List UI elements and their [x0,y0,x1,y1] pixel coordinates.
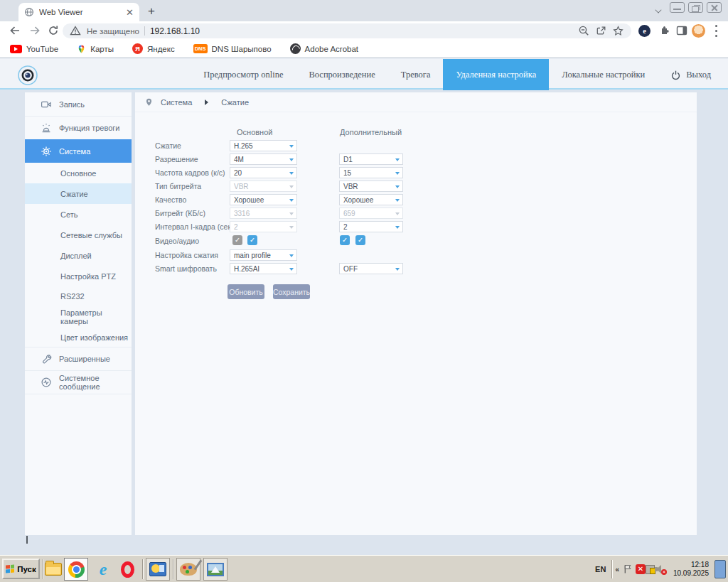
breadcrumb-arrow-icon [205,99,208,105]
internet-explorer-taskbar-icon[interactable]: e [94,560,112,578]
refresh-button[interactable]: Обновить [228,284,264,299]
nav-local-settings[interactable]: Локальные настройки [549,59,658,90]
forward-icon[interactable] [28,24,41,37]
row-video-audio: Видео/аудио [135,235,697,248]
bookmark-maps[interactable]: Карты [77,43,114,55]
row-smart-encode: Smart шифровать H.265AI OFF [135,262,697,276]
sidebar-sub-ptz[interactable]: Настройка PTZ [25,266,132,286]
video-main-checkbox [232,235,242,245]
smart-encode-main-select[interactable]: H.265AI [230,263,297,274]
nav-preview-online[interactable]: Предпросмотр online [191,59,296,90]
security-label: Не защищено [87,27,139,36]
sidebar-sub-general[interactable]: Основное [25,163,132,183]
sidebar-sub-display[interactable]: Дисплей [25,245,132,266]
window-restore-button[interactable] [688,2,703,13]
opera-taskbar-icon[interactable] [118,560,136,578]
compression-main-select[interactable]: H.265 [230,140,297,151]
iframe-interval-sub-select[interactable]: 2 [339,221,403,232]
siren-icon [41,122,52,134]
profile-avatar[interactable] [692,24,705,38]
address-bar[interactable]: Не защищено 192.168.1.10 [63,23,631,38]
sidebar-sub-network[interactable]: Сеть [25,204,132,225]
bitrate-type-sub-select[interactable]: VBR [339,180,403,192]
audio-main-checkbox[interactable] [247,235,257,245]
nav-logout[interactable]: Выход [658,59,724,90]
sidebar-item-system[interactable]: Система [25,139,132,163]
start-button[interactable]: Пуск [2,559,40,579]
profile-main-select[interactable]: main profile [230,249,297,261]
gear-icon [41,146,52,157]
display-settings-taskbar-button[interactable] [146,558,170,581]
language-indicator[interactable]: EN [589,565,611,573]
sidebar-sub-network-services[interactable]: Сетевые службы [25,225,132,245]
bitrate-main-select: 3316 [230,208,297,219]
window-close-button[interactable] [707,2,722,13]
yandex-icon: Я [132,43,143,54]
nav-playback[interactable]: Воспроизведение [296,59,387,90]
extensions-puzzle-icon[interactable] [658,24,670,37]
paint-taskbar-button[interactable] [176,558,200,581]
muted-speaker-tray-icon[interactable]: ✕ [655,564,666,574]
resolution-main-select[interactable]: 4M [230,153,297,165]
browser-menu-icon[interactable] [714,25,717,37]
back-icon[interactable] [9,24,21,37]
bookmark-star-icon[interactable] [612,25,624,37]
nav-remote-settings[interactable]: Удаленная настройка [443,59,549,90]
sidebar-sub-image-color[interactable]: Цвет изображения [25,327,132,347]
show-desktop-button[interactable] [714,560,726,578]
save-button[interactable]: Сохранить [273,284,310,299]
bookmark-acrobat[interactable]: Adobe Acrobat [290,43,358,54]
tray-date: 10.09.2025 [673,569,709,577]
chrome-icon [68,561,85,578]
zoom-icon[interactable] [578,25,590,37]
row-bitrate: Битрейт (КБ/с) 3316 659 [135,207,697,220]
new-tab-button[interactable]: + [148,5,155,17]
power-icon [670,70,681,80]
quality-sub-select[interactable]: Хорошее [339,194,403,205]
nav-alarm[interactable]: Тревога [388,59,444,90]
wrench-icon [41,353,52,365]
content-panel: Система Сжатие Основной Дополнительный С… [135,92,697,535]
tab-close-icon[interactable]: ✕ [126,8,134,17]
bookmarks-bar: YouTube Карты Я Яндекс DNS DNS Шарыпово … [0,41,728,58]
tray-expand-icon[interactable]: « [615,566,619,573]
browser-tab[interactable]: Web Viewer ✕ [18,3,139,21]
chrome-taskbar-button[interactable] [64,558,88,581]
camera-logo-icon [17,65,38,86]
image-viewer-taskbar-button[interactable] [203,558,228,581]
share-icon[interactable] [595,25,607,37]
extension-e-icon[interactable]: e [638,25,651,37]
audio-sub-checkbox[interactable] [355,235,365,245]
tab-search-chevron-icon[interactable] [655,6,662,13]
framerate-sub-select[interactable]: 15 [339,167,403,178]
video-sub-checkbox[interactable] [340,235,350,245]
breadcrumb-section[interactable]: Система [161,98,192,107]
update-lock-tray-icon[interactable] [646,565,655,574]
row-resolution: Разрешение 4M D1 [135,153,697,166]
framerate-main-select[interactable]: 20 [230,167,297,178]
clock[interactable]: 12:18 10.09.2025 [666,561,714,578]
row-compression: Сжатие H.265 [135,139,697,153]
bookmark-dns[interactable]: DNS DNS Шарыпово [193,44,272,53]
sidebar-sub-rs232[interactable]: RS232 [25,286,132,306]
explorer-taskbar-icon[interactable] [44,560,63,578]
bookmark-youtube[interactable]: YouTube [10,45,58,53]
sidebar-item-advanced[interactable]: Расширенные [25,347,132,370]
smart-encode-sub-select[interactable]: OFF [339,263,403,274]
resolution-sub-select[interactable]: D1 [339,153,403,165]
sidebar-item-record[interactable]: Запись [25,92,132,116]
sidebar-item-system-message[interactable]: Системное сообщение [25,370,132,394]
quality-main-select[interactable]: Хорошее [230,194,297,205]
text-cursor-artifact [26,536,28,544]
sidebar-sub-camera-params[interactable]: Параметры камеры [25,306,132,327]
window-minimize-button[interactable] [670,2,685,13]
divider [144,26,145,36]
bookmark-yandex[interactable]: Я Яндекс [132,43,175,54]
side-panel-icon[interactable] [675,24,688,37]
security-alert-tray-icon[interactable]: ✕ [636,564,646,574]
tray-time: 12:18 [691,561,709,568]
flag-tray-icon[interactable] [623,564,634,575]
sidebar-item-alarm-function[interactable]: Функция тревоги [25,116,132,139]
sidebar-sub-compression[interactable]: Сжатие [25,183,132,204]
reload-icon[interactable] [47,24,60,37]
